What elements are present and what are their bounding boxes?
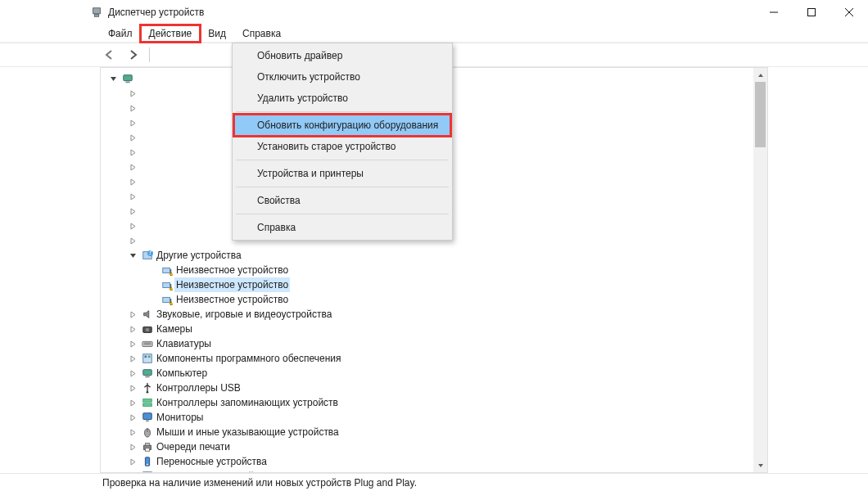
expand-icon[interactable]	[125, 178, 140, 186]
mouse-icon	[140, 426, 155, 438]
tree-node-label[interactable]: Неизвестное устройство	[174, 277, 290, 292]
software-icon	[140, 471, 155, 472]
vertical-scrollbar[interactable]	[753, 68, 767, 472]
menu-item[interactable]: Удалить устройство	[234, 88, 450, 109]
hidden-icon	[140, 132, 155, 143]
menu-separator	[236, 111, 449, 112]
tree-node-label[interactable]: Контроллеры USB	[155, 381, 242, 395]
expand-icon[interactable]	[125, 326, 140, 333]
minimize-button[interactable]	[755, 0, 793, 25]
expand-icon[interactable]	[125, 208, 140, 215]
expand-icon[interactable]	[125, 355, 140, 363]
menu-item[interactable]: Обновить драйвер	[234, 45, 450, 66]
menu-item[interactable]: Вид	[200, 25, 234, 42]
expand-icon[interactable]	[125, 385, 140, 392]
expand-icon[interactable]	[125, 370, 140, 377]
expand-icon[interactable]	[125, 414, 140, 421]
expand-icon[interactable]	[125, 340, 140, 348]
menu-item[interactable]: Справка	[234, 217, 450, 238]
menu-item[interactable]: Отключить устройство	[234, 66, 450, 88]
menu-item[interactable]: Устройства и принтеры	[234, 163, 450, 184]
svg-point-38	[147, 464, 148, 466]
collapse-icon[interactable]	[106, 75, 120, 83]
menubar: ФайлДействиеВидСправка	[0, 25, 868, 43]
expand-icon[interactable]	[125, 164, 140, 171]
expand-icon[interactable]	[125, 105, 140, 112]
svg-text:!: !	[170, 297, 172, 305]
tree-node-label[interactable]: Клавиатуры	[155, 336, 213, 351]
tree-node-label[interactable]: Мониторы	[155, 410, 205, 425]
tree-node[interactable]: Компьютер	[106, 366, 753, 381]
expand-icon[interactable]	[125, 458, 140, 466]
tree-node-label[interactable]: Другие устройства	[155, 248, 243, 263]
portable-icon	[140, 456, 155, 467]
tree-node[interactable]: Очереди печати	[106, 439, 753, 454]
tree-node-label[interactable]: Программные устройства	[155, 469, 275, 472]
tree-node-label[interactable]: Камеры	[155, 322, 194, 336]
menu-item[interactable]: Обновить конфигурацию оборудования	[234, 115, 450, 136]
svg-rect-35	[145, 444, 149, 446]
menu-item[interactable]: Действие	[141, 25, 201, 42]
tree-node-label[interactable]: Переносные устройства	[155, 454, 269, 469]
expand-icon[interactable]	[125, 119, 140, 127]
svg-point-18	[146, 328, 149, 331]
back-button[interactable]	[100, 46, 120, 64]
toolbar-separator	[149, 47, 150, 62]
tree-node-label[interactable]: Компоненты программного обеспечения	[155, 351, 343, 366]
scroll-down-button[interactable]	[753, 458, 767, 472]
menu-item[interactable]: Установить старое устройство	[234, 136, 450, 157]
menu-item[interactable]: Свойства	[234, 190, 450, 211]
scrollbar-track[interactable]	[753, 147, 767, 458]
tree-node[interactable]: Контроллеры USB	[106, 381, 753, 395]
expand-icon[interactable]	[125, 429, 140, 436]
tree-node[interactable]: Контроллеры запоминающих устройств	[106, 395, 753, 410]
tree-node-label[interactable]: Контроллеры запоминающих устройств	[155, 395, 340, 410]
hidden-icon	[140, 146, 155, 158]
tree-node[interactable]: Переносные устройства	[106, 454, 753, 469]
expand-icon[interactable]	[125, 193, 140, 200]
expand-icon[interactable]	[125, 311, 140, 318]
svg-rect-3	[808, 9, 816, 16]
tree-node[interactable]: Мыши и иные указывающие устройства	[106, 425, 753, 439]
expand-icon[interactable]	[125, 444, 140, 451]
scrollbar-thumb[interactable]	[755, 82, 766, 147]
hidden-icon	[140, 220, 155, 232]
tree-node-label[interactable]: Мыши и иные указывающие устройства	[155, 425, 341, 439]
tree-node[interactable]: !Неизвестное устройство	[106, 277, 753, 292]
tree-node[interactable]: !Неизвестное устройство	[106, 292, 753, 307]
maximize-button[interactable]	[793, 0, 830, 25]
expand-icon[interactable]	[125, 399, 140, 407]
tree-node-label[interactable]: Звуковые, игровые и видеоустройства	[155, 307, 333, 322]
expand-icon[interactable]	[125, 134, 140, 142]
expand-icon[interactable]	[125, 237, 140, 245]
window-controls	[755, 0, 868, 25]
tree-node[interactable]: Камеры	[106, 322, 753, 336]
forward-button[interactable]	[123, 46, 142, 64]
tree-node-label[interactable]: Неизвестное устройство	[174, 263, 290, 277]
tree-node-label[interactable]: Очереди печати	[155, 439, 232, 454]
status-text: Проверка на наличие изменений или новых …	[102, 477, 417, 489]
expand-icon[interactable]	[125, 90, 140, 97]
menu-item[interactable]: Справка	[234, 25, 289, 42]
hidden-icon	[140, 88, 155, 99]
hidden-icon	[140, 117, 155, 128]
tree-node[interactable]: Программные устройства	[106, 469, 753, 472]
keyboard-icon	[140, 338, 155, 349]
menu-item[interactable]: Файл	[100, 25, 141, 42]
tree-node-label[interactable]: Компьютер	[155, 366, 209, 381]
printer-icon	[140, 441, 155, 453]
close-button[interactable]	[830, 0, 868, 25]
tree-node-label[interactable]: Неизвестное устройство	[174, 292, 290, 307]
tree-node[interactable]: ?Другие устройства	[106, 248, 753, 263]
tree-node[interactable]: !Неизвестное устройство	[106, 263, 753, 277]
tree-node[interactable]: Компоненты программного обеспечения	[106, 351, 753, 366]
tree-node[interactable]: Клавиатуры	[106, 336, 753, 351]
tree-node[interactable]: Звуковые, игровые и видеоустройства	[106, 307, 753, 322]
unknown-device-icon: !	[160, 294, 174, 305]
expand-icon[interactable]	[125, 149, 140, 156]
scroll-up-button[interactable]	[753, 68, 767, 82]
tree-node[interactable]: Мониторы	[106, 410, 753, 425]
collapse-icon[interactable]	[125, 252, 140, 259]
warning-category-icon: ?	[140, 250, 155, 261]
expand-icon[interactable]	[125, 223, 140, 230]
